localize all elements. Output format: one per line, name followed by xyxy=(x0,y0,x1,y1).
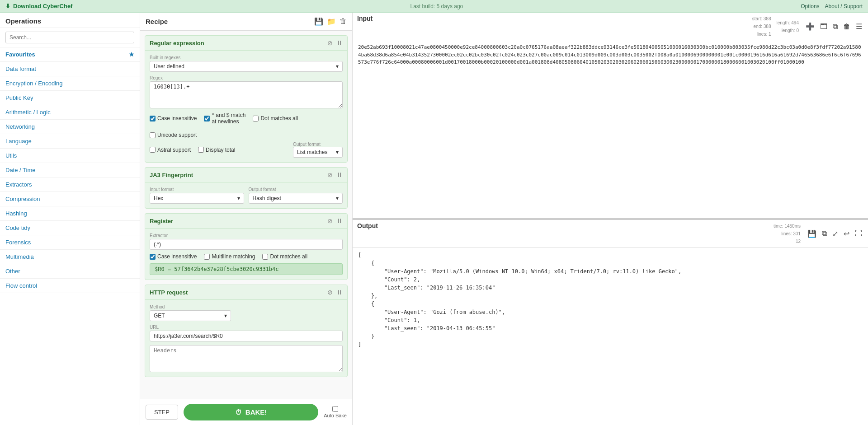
ja3-pause-icon[interactable]: ⏸ xyxy=(336,171,343,178)
auto-bake-checkbox[interactable] xyxy=(332,406,338,412)
display-total-checkbox[interactable] xyxy=(198,147,204,153)
ja3-input-select[interactable]: Hex ▾ xyxy=(150,193,244,204)
ja3-operation-card: JA3 Fingerprint ⊘ ⏸ Input format Hex ▾ xyxy=(145,167,348,209)
method-label: Method xyxy=(150,304,343,309)
display-total-check[interactable]: Display total xyxy=(198,147,235,153)
ja3-disable-icon[interactable]: ⊘ xyxy=(327,171,333,178)
sidebar-item-multimedia[interactable]: Multimedia xyxy=(0,250,140,264)
open-recipe-icon[interactable]: 📁 xyxy=(327,17,336,26)
register-dot-check[interactable]: Dot matches all xyxy=(262,253,307,260)
input-header: Input start: 388 end: 388 lines: 1 lengt… xyxy=(353,13,868,40)
input-menu-button[interactable]: ☰ xyxy=(854,21,863,32)
headers-textarea[interactable] xyxy=(150,345,343,372)
url-input[interactable] xyxy=(150,331,343,341)
recipe-actions: 💾 📁 🗑 xyxy=(314,17,347,26)
regex-title: Regular expression xyxy=(150,40,204,47)
ja3-card-header: JA3 Fingerprint ⊘ ⏸ xyxy=(145,168,347,182)
download-icon: ⬇ xyxy=(5,3,10,9)
recipe-content: Regular expression ⊘ ⏸ Built in regexes … xyxy=(140,31,352,399)
register-dot-checkbox[interactable] xyxy=(262,254,268,260)
multiline-checkbox[interactable] xyxy=(204,254,210,260)
sidebar-item-utils[interactable]: Utils xyxy=(0,149,140,163)
download-label[interactable]: Download CyberChef xyxy=(13,3,72,9)
built-in-field: Built in regexes User defined ▾ xyxy=(150,55,343,72)
and-dollar-checkbox[interactable] xyxy=(204,116,210,121)
bake-button[interactable]: ⏱ BAKE! xyxy=(184,404,318,420)
dot-matches-checkbox[interactable] xyxy=(253,116,259,121)
sidebar-item-other[interactable]: Other xyxy=(0,264,140,279)
dot-matches-check[interactable]: Dot matches all xyxy=(253,115,298,121)
output-format-label: Output format xyxy=(293,142,343,147)
search-input[interactable] xyxy=(5,32,134,43)
register-disable-icon[interactable]: ⊘ xyxy=(327,217,333,224)
output-format-select[interactable]: List matches ▾ xyxy=(293,147,343,158)
unicode-check[interactable]: Unicode support xyxy=(150,132,197,138)
register-case-check[interactable]: Case insensitive xyxy=(150,253,197,260)
about-link[interactable]: About / Support xyxy=(825,3,863,9)
sidebar-item-dataformat[interactable]: Data format xyxy=(0,62,140,76)
ja3-body: Input format Hex ▾ Output format Hash di… xyxy=(145,182,347,208)
save-recipe-icon[interactable]: 💾 xyxy=(314,17,323,26)
sidebar-item-publickey[interactable]: Public Key xyxy=(0,91,140,105)
step-button[interactable]: STEP xyxy=(146,405,178,420)
input-meta-end: end: 388 xyxy=(754,24,771,29)
input-add-button[interactable]: ➕ xyxy=(804,21,816,32)
sidebar-item-datetime[interactable]: Date / Time xyxy=(0,163,140,177)
input-actions: ➕ 🗔 ⧉ 🗑 ☰ xyxy=(804,21,863,32)
sidebar-items: Favourites ★ Data format Encryption / En… xyxy=(0,47,140,425)
unicode-checkbox[interactable] xyxy=(150,132,156,138)
options-link[interactable]: Options xyxy=(801,3,819,9)
ja3-output-label: Output format xyxy=(249,187,343,192)
method-select[interactable]: GET ▾ xyxy=(150,310,231,321)
http-title: HTTP request xyxy=(150,289,188,296)
output-format-chevron-icon: ▾ xyxy=(336,149,339,155)
sidebar-item-forensics[interactable]: Forensics xyxy=(0,235,140,250)
register-title: Register xyxy=(150,218,173,224)
astral-checkbox[interactable] xyxy=(150,147,156,153)
http-pause-icon[interactable]: ⏸ xyxy=(336,289,343,296)
output-undo-button[interactable]: ↩ xyxy=(842,229,851,239)
regex-label: Regex xyxy=(150,75,343,80)
ja3-input-format: Input format Hex ▾ xyxy=(150,187,244,204)
sidebar-item-favourites[interactable]: Favourites ★ xyxy=(0,47,140,62)
input-open-button[interactable]: 🗔 xyxy=(819,22,829,32)
multiline-check[interactable]: Multiline matching xyxy=(204,253,255,260)
register-pause-icon[interactable]: ⏸ xyxy=(336,217,343,224)
input-clear-button[interactable]: 🗑 xyxy=(842,22,852,32)
case-insensitive-check[interactable]: Case insensitive xyxy=(150,115,197,121)
sidebar-item-language[interactable]: Language xyxy=(0,134,140,149)
output-title: Output xyxy=(357,222,378,229)
and-dollar-check[interactable]: ^ and $ matchat newlines xyxy=(204,112,245,125)
register-case-checkbox[interactable] xyxy=(150,254,156,260)
sidebar-item-networking[interactable]: Networking xyxy=(0,120,140,134)
url-label: URL xyxy=(150,325,343,330)
clear-recipe-icon[interactable]: 🗑 xyxy=(340,17,347,26)
astral-check[interactable]: Astral support xyxy=(150,147,191,153)
input-textarea[interactable]: 20e52ab693f10008021c47ae0800450000e92ce8… xyxy=(353,40,868,218)
http-disable-icon[interactable]: ⊘ xyxy=(327,289,333,296)
output-fullscreen-button[interactable]: ⤢ xyxy=(831,229,840,239)
regex-disable-icon[interactable]: ⊘ xyxy=(327,39,333,47)
output-meta: time: 1450ms lines: 301 12 xyxy=(774,222,801,245)
output-expand-button[interactable]: ⛶ xyxy=(854,229,863,238)
regex-pause-icon[interactable]: ⏸ xyxy=(336,39,343,47)
star-icon: ★ xyxy=(129,51,134,58)
output-copy-button[interactable]: ⧉ xyxy=(821,229,828,238)
sidebar-item-extractors[interactable]: Extractors xyxy=(0,177,140,192)
output-content: [ { "User-Agent": "Mozilla/5.0 (Windows … xyxy=(353,248,868,425)
method-field: Method GET ▾ xyxy=(150,304,343,321)
sidebar-item-codetidy[interactable]: Code tidy xyxy=(0,221,140,235)
case-insensitive-checkbox[interactable] xyxy=(150,116,156,121)
sidebar-item-encryption[interactable]: Encryption / Encoding xyxy=(0,76,140,91)
built-in-value[interactable]: User defined ▾ xyxy=(150,61,343,72)
regex-input[interactable]: 16030[13].+ xyxy=(150,81,343,108)
input-copy-button[interactable]: ⧉ xyxy=(831,22,839,32)
ja3-output-select[interactable]: Hash digest ▾ xyxy=(249,193,343,204)
sidebar-item-flowcontrol[interactable]: Flow control xyxy=(0,279,140,293)
sidebar-item-hashing[interactable]: Hashing xyxy=(0,206,140,221)
output-save-button[interactable]: 💾 xyxy=(806,229,818,239)
sidebar-item-arithmetic[interactable]: Arithmetic / Logic xyxy=(0,105,140,120)
sidebar-item-compression[interactable]: Compression xyxy=(0,192,140,206)
extractor-input[interactable] xyxy=(150,239,343,250)
auto-bake-label: Auto Bake xyxy=(324,413,347,418)
